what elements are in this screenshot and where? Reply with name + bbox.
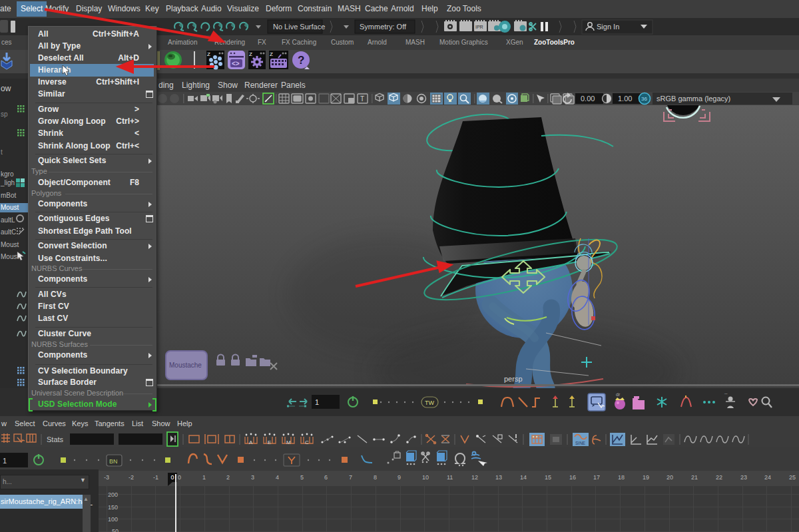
- svg-text:IPR: IPR: [475, 25, 483, 29]
- svg-text:C: C: [305, 439, 309, 445]
- svg-text:dr: dr: [616, 392, 621, 397]
- svg-text:T: T: [360, 95, 364, 103]
- svg-text:1.00: 1.00: [618, 95, 632, 103]
- svg-text:0.00: 0.00: [581, 95, 595, 103]
- svg-text:ˇˇ: ˇˇ: [724, 393, 728, 398]
- svg-text:M: M: [286, 439, 291, 445]
- svg-text:BN: BN: [109, 458, 118, 465]
- svg-text:A: A: [249, 439, 253, 445]
- svg-text:1: 1: [3, 457, 7, 465]
- svg-text:<>: <>: [232, 60, 240, 67]
- svg-text:Moustache: Moustache: [169, 362, 202, 369]
- svg-text:TW: TW: [425, 399, 434, 406]
- svg-text:Z: Z: [270, 51, 273, 57]
- svg-text:persp: persp: [504, 375, 523, 383]
- svg-text:Sign In: Sign In: [597, 23, 619, 31]
- svg-text:Symmetry: Off: Symmetry: Off: [360, 23, 407, 31]
- svg-text:SINE: SINE: [575, 441, 586, 445]
- svg-text:?: ?: [298, 54, 304, 67]
- svg-text:Z: Z: [207, 51, 210, 57]
- svg-text:No Live Surface: No Live Surface: [273, 23, 325, 31]
- svg-text:E: E: [268, 439, 271, 445]
- svg-text:sRGB gamma (legacy): sRGB gamma (legacy): [657, 95, 730, 103]
- svg-text:Z: Z: [249, 51, 252, 57]
- svg-text:1: 1: [315, 398, 319, 406]
- svg-text:36: 36: [641, 96, 647, 102]
- svg-text:Stats: Stats: [47, 435, 64, 443]
